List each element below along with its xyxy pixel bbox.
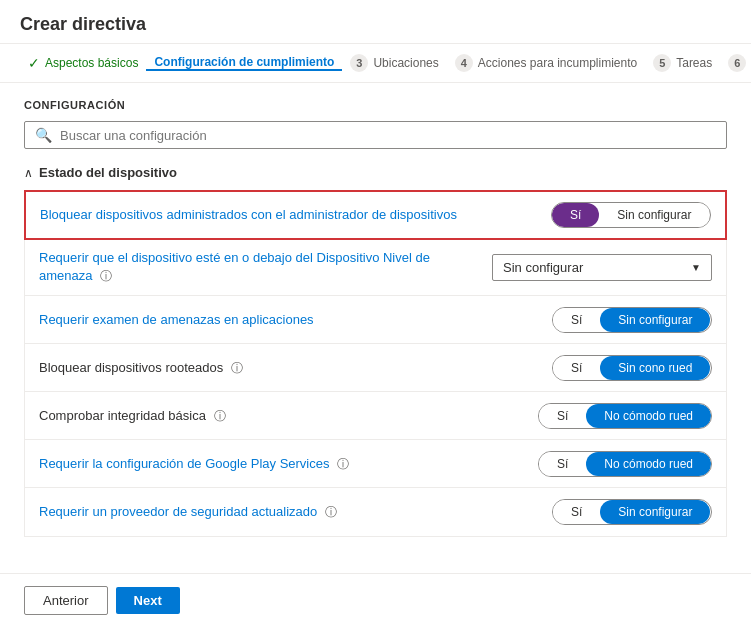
setting-label-google-play: Requerir la configuración de Google Play… — [39, 455, 459, 473]
toggle-sinconfig-integridad[interactable]: No cómodo rued — [586, 404, 711, 428]
toggle-security-provider[interactable]: Sí Sin configurar — [552, 499, 712, 525]
toggle-sinconfig-block-admin[interactable]: Sin configurar — [599, 203, 709, 227]
info-icon-google-play: ⓘ — [337, 457, 349, 471]
section-title: CONFIGURACIÓN — [24, 99, 727, 111]
setting-label-block-rooted: Bloquear dispositivos rooteados ⓘ — [39, 359, 459, 377]
main-content: CONFIGURACIÓN 🔍 ∧ Estado del dispositivo… — [0, 83, 751, 573]
setting-label-require-below: Requerir que el dispositivo esté en o de… — [39, 249, 459, 285]
toggle-si-exam[interactable]: Sí — [553, 308, 600, 332]
toggle-block-admin[interactable]: Sí Sin configurar — [551, 202, 711, 228]
step-compliance-label: Configuración de cumplimiento — [154, 55, 334, 69]
toggle-google-play[interactable]: Sí No cómodo rued — [538, 451, 712, 477]
toggle-sinconfig-exam[interactable]: Sin configurar — [600, 308, 710, 332]
step-locations[interactable]: 3 Ubicaciones — [342, 54, 446, 72]
setting-label-integridad: Comprobar integridad básica ⓘ — [39, 407, 459, 425]
setting-row-integridad: Comprobar integridad básica ⓘ Sí No cómo… — [25, 392, 726, 440]
settings-list: Bloquear dispositivos administrados con … — [24, 190, 727, 537]
toggle-sinconfig-rooted[interactable]: Sin cono rued — [600, 356, 710, 380]
device-state-title: Estado del dispositivo — [39, 165, 177, 180]
dropdown-value-require-below: Sin configurar — [503, 260, 583, 275]
setting-label-block-admin: Bloquear dispositivos administrados con … — [40, 206, 460, 224]
step-review[interactable]: 6 Revisar — [720, 54, 751, 72]
info-icon-security-provider: ⓘ — [325, 505, 337, 519]
toggle-sinconfig-gplay[interactable]: No cómodo rued — [586, 452, 711, 476]
dropdown-require-below[interactable]: Sin configurar ▼ — [492, 254, 712, 281]
step-locations-num: 3 — [350, 54, 368, 72]
setting-row-block-admin: Bloquear dispositivos administrados con … — [24, 190, 727, 240]
footer: Anterior Next — [0, 573, 751, 627]
step-compliance[interactable]: Configuración de cumplimiento — [146, 55, 342, 71]
info-icon-integridad: ⓘ — [214, 409, 226, 423]
step-basics-label: Aspectos básicos — [45, 56, 138, 70]
wizard-steps: ✓ Aspectos básicos Configuración de cump… — [0, 44, 751, 83]
device-state-header[interactable]: ∧ Estado del dispositivo — [24, 165, 727, 180]
toggle-block-rooted[interactable]: Sí Sin cono rued — [552, 355, 712, 381]
back-button[interactable]: Anterior — [24, 586, 108, 615]
toggle-si-sec[interactable]: Sí — [553, 500, 600, 524]
search-box[interactable]: 🔍 — [24, 121, 727, 149]
step-tasks-num: 5 — [653, 54, 671, 72]
info-icon-require-below: ⓘ — [100, 269, 112, 283]
setting-row-google-play: Requerir la configuración de Google Play… — [25, 440, 726, 488]
step-basics[interactable]: ✓ Aspectos básicos — [20, 55, 146, 71]
toggle-si-gplay[interactable]: Sí — [539, 452, 586, 476]
info-icon-block-rooted: ⓘ — [231, 361, 243, 375]
chevron-down-icon: ▼ — [691, 262, 701, 273]
step-tasks-label: Tareas — [676, 56, 712, 70]
search-icon: 🔍 — [35, 127, 52, 143]
toggle-si-rooted[interactable]: Sí — [553, 356, 600, 380]
setting-row-block-rooted: Bloquear dispositivos rooteados ⓘ Sí Sin… — [25, 344, 726, 392]
toggle-exam-amenazas[interactable]: Sí Sin configurar — [552, 307, 712, 333]
page-title: Crear directiva — [0, 0, 751, 44]
step-actions-num: 4 — [455, 54, 473, 72]
setting-row-exam-amenazas: Requerir examen de amenazas en aplicacio… — [25, 296, 726, 344]
setting-label-security-provider: Requerir un proveedor de seguridad actua… — [39, 503, 459, 521]
step-tasks[interactable]: 5 Tareas — [645, 54, 720, 72]
toggle-si-block-admin[interactable]: Sí — [552, 203, 599, 227]
step-locations-label: Ubicaciones — [373, 56, 438, 70]
toggle-si-integridad[interactable]: Sí — [539, 404, 586, 428]
check-icon: ✓ — [28, 55, 40, 71]
main-window: Crear directiva ✓ Aspectos básicos Confi… — [0, 0, 751, 627]
toggle-integridad[interactable]: Sí No cómodo rued — [538, 403, 712, 429]
search-input[interactable] — [60, 128, 716, 143]
toggle-sinconfig-sec[interactable]: Sin configurar — [600, 500, 710, 524]
next-button[interactable]: Next — [116, 587, 180, 614]
step-actions[interactable]: 4 Acciones para incumplimiento — [447, 54, 645, 72]
step-actions-label: Acciones para incumplimiento — [478, 56, 637, 70]
step-review-num: 6 — [728, 54, 746, 72]
setting-row-require-below: Requerir que el dispositivo esté en o de… — [25, 239, 726, 296]
setting-row-security-provider: Requerir un proveedor de seguridad actua… — [25, 488, 726, 536]
chevron-up-icon: ∧ — [24, 166, 33, 180]
setting-label-exam-amenazas: Requerir examen de amenazas en aplicacio… — [39, 311, 459, 329]
